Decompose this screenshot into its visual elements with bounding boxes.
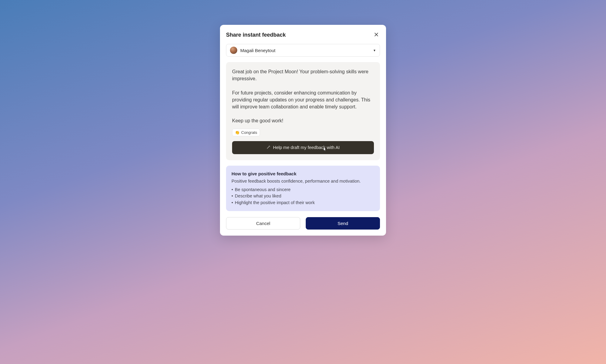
feedback-area: Great job on the Project Moon! Your prob… [226,62,380,160]
recipient-select[interactable]: Magali Beneytout ▼ [226,44,380,57]
feedback-textarea[interactable]: Great job on the Project Moon! Your prob… [232,68,374,124]
recipient-name: Magali Beneytout [240,48,373,53]
close-button[interactable] [373,31,380,39]
svg-point-2 [270,146,270,147]
modal-title: Share instant feedback [226,32,286,38]
tips-list-item: Be spontaneous and sincere [231,187,375,193]
ai-draft-label: Help me draft my feedback with AI [273,145,340,150]
cancel-button[interactable]: Cancel [226,217,300,230]
magic-wand-icon [266,145,271,150]
modal-actions: Cancel Send [226,217,380,230]
chevron-down-icon: ▼ [373,49,376,52]
tips-description: Positive feedback boosts confidence, per… [231,179,375,184]
clap-icon: 👏 [235,130,240,135]
send-button[interactable]: Send [306,217,380,230]
avatar [230,47,237,54]
tips-list-item: Describe what you liked [231,193,375,200]
feedback-tag[interactable]: 👏 Congrats [232,129,260,136]
feedback-modal: Share instant feedback Magali Beneytout … [220,25,386,236]
tips-list: Be spontaneous and sincere Describe what… [231,187,375,206]
tips-list-item: Highlight the positive impact of their w… [231,200,375,206]
tips-panel: How to give positive feedback Positive f… [226,166,380,211]
tips-title: How to give positive feedback [231,171,375,176]
ai-draft-button[interactable]: Help me draft my feedback with AI [232,141,374,154]
svg-point-0 [269,146,270,146]
svg-point-1 [269,145,269,146]
modal-header: Share instant feedback [226,31,380,39]
close-icon [374,32,379,38]
feedback-tag-label: Congrats [241,130,257,135]
